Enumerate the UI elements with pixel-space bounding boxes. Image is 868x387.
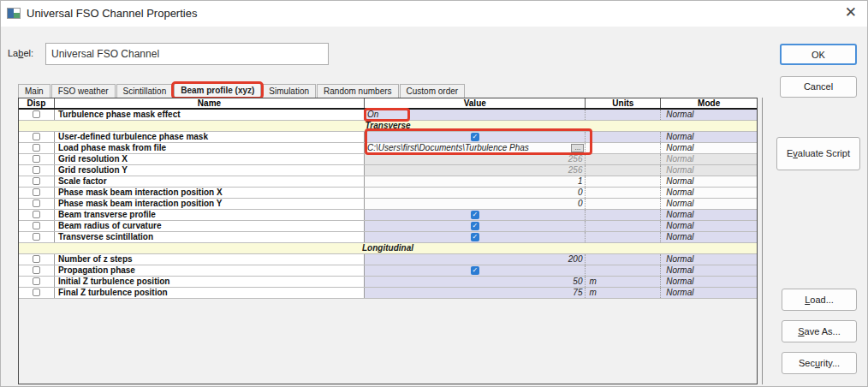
tab-simulation[interactable]: Simulation: [262, 84, 316, 98]
disp-cell[interactable]: [19, 132, 55, 142]
disp-cell[interactable]: [19, 165, 55, 176]
disp-checkbox[interactable]: [33, 144, 40, 152]
param-value: 75: [573, 288, 582, 298]
param-name[interactable]: Turbulence phase mask effect: [55, 110, 365, 120]
security-button[interactable]: Security...: [782, 352, 857, 374]
param-value-cell[interactable]: C:\Users\first\Documents\Turbulence Phas…: [365, 143, 586, 153]
checked-checkbox-icon[interactable]: ✓: [471, 211, 479, 219]
tab-bar: MainFSO weatherScintillationBeam profile…: [18, 83, 466, 98]
close-icon[interactable]: ✕: [845, 4, 857, 21]
param-value-cell[interactable]: 200: [365, 254, 586, 265]
disp-checkbox[interactable]: [33, 233, 40, 241]
param-value-cell[interactable]: ✓: [365, 232, 586, 242]
evaluate-script-button[interactable]: Evaluate Script: [776, 137, 860, 170]
param-name[interactable]: Final Z turbulence position: [55, 288, 365, 298]
param-value-cell[interactable]: ✓: [365, 265, 586, 276]
param-name[interactable]: Phase mask beam interaction position X: [55, 188, 365, 198]
ok-button[interactable]: OK: [780, 44, 857, 65]
param-value: 256: [568, 154, 583, 164]
disp-checkbox[interactable]: [33, 266, 40, 274]
disp-checkbox[interactable]: [33, 166, 40, 174]
cancel-button[interactable]: Cancel: [780, 76, 857, 98]
disp-checkbox[interactable]: [33, 133, 40, 140]
param-name[interactable]: Transverse scintillation: [55, 232, 365, 242]
disp-checkbox[interactable]: [33, 255, 40, 263]
param-name[interactable]: User-defined turbulence phase mask: [55, 132, 365, 142]
save-as-button[interactable]: Save As...: [782, 320, 857, 342]
section-label: Transverse: [365, 121, 410, 131]
disp-cell[interactable]: [19, 277, 55, 287]
param-mode: Normal: [661, 199, 757, 209]
tab-scintillation[interactable]: Scintillation: [116, 84, 174, 98]
param-value-cell[interactable]: ✓: [365, 132, 586, 142]
param-value-cell[interactable]: 256: [365, 165, 586, 176]
disp-cell[interactable]: [19, 288, 55, 298]
table-row: Phase mask beam interaction position X0N…: [19, 188, 757, 199]
param-name[interactable]: Propagation phase: [55, 265, 365, 276]
label-input[interactable]: [45, 43, 329, 65]
param-mode: Normal: [661, 110, 757, 120]
disp-checkbox[interactable]: [33, 177, 40, 185]
disp-cell[interactable]: [19, 254, 55, 265]
disp-cell[interactable]: [19, 221, 55, 231]
tab-main[interactable]: Main: [18, 84, 51, 98]
param-name[interactable]: Beam radius of curvature: [55, 221, 365, 231]
header-units: Units: [586, 98, 661, 108]
param-value-cell[interactable]: 1: [365, 176, 586, 187]
disp-cell[interactable]: [19, 176, 55, 187]
param-value: On: [367, 110, 378, 120]
disp-cell[interactable]: [19, 154, 55, 164]
param-name[interactable]: Load phase mask from file: [55, 143, 365, 153]
tab-random-numbers[interactable]: Random numbers: [317, 84, 398, 98]
param-value-cell[interactable]: 50: [365, 277, 586, 287]
disp-cell[interactable]: [19, 199, 55, 209]
param-value-cell[interactable]: 256: [365, 154, 586, 164]
checked-checkbox-icon[interactable]: ✓: [471, 266, 479, 275]
param-name[interactable]: Number of z steps: [55, 254, 365, 265]
tab-custom-order[interactable]: Custom order: [400, 84, 466, 98]
tab-beam-profile-xyz[interactable]: Beam profile (xyz): [174, 83, 261, 98]
disp-cell[interactable]: [19, 210, 55, 220]
disp-checkbox[interactable]: [33, 289, 40, 296]
param-value-cell[interactable]: On: [365, 110, 586, 120]
load-button[interactable]: Load...: [782, 289, 857, 311]
disp-checkbox[interactable]: [33, 199, 40, 207]
param-value: 200: [568, 254, 583, 265]
disp-checkbox[interactable]: [33, 110, 40, 118]
param-mode: Normal: [661, 176, 757, 187]
param-units: [586, 210, 661, 220]
param-name[interactable]: Grid resolution X: [55, 154, 365, 164]
param-value-cell[interactable]: 0: [365, 199, 586, 209]
param-name[interactable]: Grid resolution Y: [55, 165, 365, 176]
param-value-cell[interactable]: ✓: [365, 221, 586, 231]
disp-cell[interactable]: [19, 232, 55, 242]
browse-button[interactable]: ...: [571, 144, 584, 152]
checked-checkbox-icon[interactable]: ✓: [471, 233, 479, 241]
disp-checkbox[interactable]: [33, 188, 40, 196]
disp-checkbox[interactable]: [33, 277, 40, 285]
disp-cell[interactable]: [19, 265, 55, 276]
param-name[interactable]: Initial Z turbulence position: [55, 277, 365, 287]
param-units: [586, 188, 661, 198]
disp-cell[interactable]: [19, 143, 55, 153]
disp-checkbox[interactable]: [33, 211, 40, 218]
tab-fso-weather[interactable]: FSO weather: [51, 84, 116, 98]
disp-checkbox[interactable]: [33, 222, 40, 229]
disp-cell[interactable]: [19, 110, 55, 120]
table-row: Scale factor1Normal: [19, 176, 757, 188]
param-value-cell[interactable]: 0: [365, 188, 586, 198]
param-value-cell[interactable]: ✓: [365, 210, 586, 220]
file-path-value[interactable]: C:\Users\first\Documents\Turbulence Phas: [367, 143, 569, 153]
param-mode: Normal: [661, 254, 757, 265]
param-name[interactable]: Phase mask beam interaction position Y: [55, 199, 365, 209]
disp-cell[interactable]: [19, 188, 55, 198]
param-name[interactable]: Beam transverse profile: [55, 210, 365, 220]
param-units: [586, 265, 661, 276]
param-value-cell[interactable]: 75: [365, 288, 586, 298]
disp-checkbox[interactable]: [33, 155, 40, 163]
param-name[interactable]: Scale factor: [55, 176, 365, 187]
checked-checkbox-icon[interactable]: ✓: [471, 133, 479, 141]
checked-checkbox-icon[interactable]: ✓: [471, 222, 479, 230]
param-units: m: [586, 277, 661, 287]
table-row: Propagation phase✓Normal: [19, 265, 757, 277]
